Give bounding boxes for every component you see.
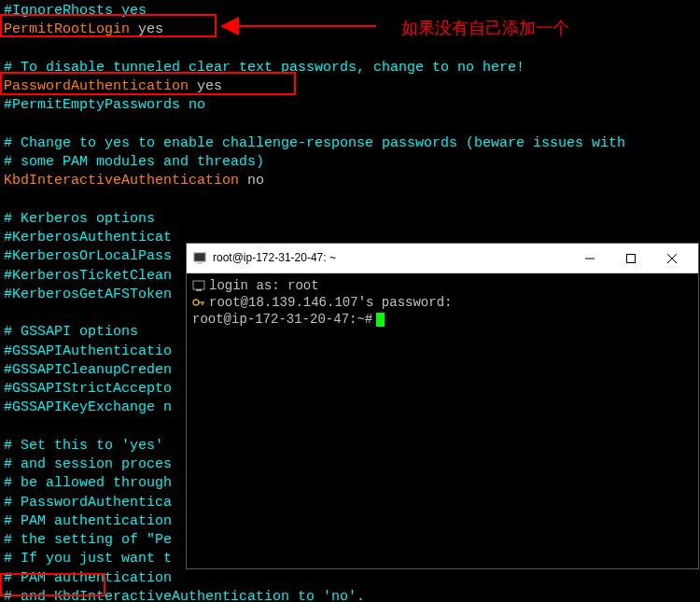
config-line [4, 191, 696, 210]
maximize-button[interactable] [610, 245, 651, 273]
svg-rect-1 [197, 261, 203, 264]
svg-rect-3 [627, 254, 636, 262]
putty-terminal-body[interactable]: login as: root root@18.139.146.107's pas… [187, 273, 698, 332]
putty-window[interactable]: root@ip-172-31-20-47: ~ login as: root r… [186, 243, 699, 569]
putty-shell-prompt: root@ip-172-31-20-47:~# [192, 311, 693, 328]
config-line: # PAM authentication [4, 569, 696, 588]
config-line [4, 116, 696, 134]
putty-title: root@ip-172-31-20-47: ~ [213, 250, 569, 265]
config-line: # and KbdInteractiveAuthentication to 'n… [4, 588, 696, 602]
key-icon [192, 296, 205, 309]
cursor [376, 313, 385, 327]
svg-rect-0 [194, 253, 205, 261]
config-line: # Kerberos options [4, 210, 696, 229]
minimize-button[interactable] [569, 245, 610, 273]
login-prompt-text: login as: root [209, 277, 319, 294]
svg-rect-7 [196, 289, 202, 291]
config-line: PermitRootLogin yes [4, 21, 696, 39]
putty-icon [192, 251, 207, 266]
svg-point-8 [193, 300, 199, 305]
config-line: # some PAM modules and threads) [4, 153, 696, 172]
shell-prompt-text: root@ip-172-31-20-47:~# [192, 311, 372, 328]
putty-titlebar[interactable]: root@ip-172-31-20-47: ~ [187, 244, 698, 273]
password-prompt-text: root@18.139.146.107's password: [209, 294, 452, 311]
config-line: # To disable tunneled clear text passwor… [4, 59, 696, 77]
window-controls [569, 245, 693, 273]
config-line: # Change to yes to enable challenge-resp… [4, 134, 696, 153]
putty-login-line: login as: root [192, 277, 693, 294]
config-line: #IgnoreRhosts yes [4, 2, 696, 21]
terminal-icon [192, 279, 205, 292]
close-button[interactable] [651, 245, 693, 273]
annotation-text: 如果没有自己添加一个 [401, 17, 569, 39]
config-line: #PermitEmptyPasswords no [4, 96, 696, 115]
putty-password-line: root@18.139.146.107's password: [192, 294, 693, 311]
config-line: PasswordAuthentication yes [4, 77, 696, 96]
svg-rect-6 [193, 281, 204, 289]
config-line: KbdInteractiveAuthentication no [4, 172, 696, 190]
config-line [4, 40, 696, 59]
